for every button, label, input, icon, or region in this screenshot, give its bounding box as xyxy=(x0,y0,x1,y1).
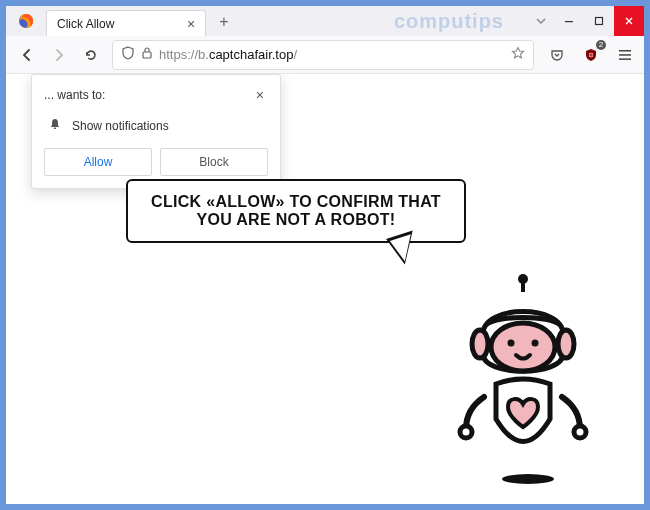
svg-rect-2 xyxy=(596,18,603,25)
ublock-icon[interactable]: 2 xyxy=(578,42,604,68)
allow-button[interactable]: Allow xyxy=(44,148,152,176)
window-controls xyxy=(528,6,644,36)
close-icon[interactable]: × xyxy=(183,16,199,32)
ublock-badge: 2 xyxy=(596,40,606,50)
headline-text: CLICK «ALLOW» TO CONFIRM THAT YOU ARE NO… xyxy=(151,193,441,228)
robot-illustration xyxy=(436,269,611,499)
block-button[interactable]: Block xyxy=(160,148,268,176)
toolbar: https://b.captchafair.top/ 2 xyxy=(6,36,644,74)
titlebar: Click Allow × + computips xyxy=(6,6,644,36)
forward-button[interactable] xyxy=(44,40,74,70)
block-label: Block xyxy=(199,155,228,169)
tab-title: Click Allow xyxy=(57,17,114,31)
lock-icon[interactable] xyxy=(141,46,153,63)
allow-label: Allow xyxy=(84,155,113,169)
url-protocol: https:// xyxy=(159,47,198,62)
svg-point-18 xyxy=(460,426,472,438)
pocket-icon[interactable] xyxy=(544,42,570,68)
svg-rect-7 xyxy=(619,50,631,52)
tabstrip: Click Allow × + xyxy=(46,6,528,36)
speech-bubble: CLICK «ALLOW» TO CONFIRM THAT YOU ARE NO… xyxy=(126,179,466,243)
svg-rect-12 xyxy=(521,282,525,292)
svg-point-19 xyxy=(574,426,586,438)
svg-point-13 xyxy=(472,330,488,358)
page-content: ... wants to: × Show notifications Allow… xyxy=(6,74,644,504)
svg-point-15 xyxy=(491,323,555,371)
svg-point-16 xyxy=(508,340,515,347)
bell-icon xyxy=(48,117,62,134)
url-sub: b. xyxy=(198,47,209,62)
tab-active[interactable]: Click Allow × xyxy=(46,10,206,36)
firefox-icon xyxy=(6,6,46,36)
chevron-down-icon[interactable] xyxy=(528,6,554,36)
svg-rect-10 xyxy=(54,128,56,130)
url-domain: captchafair.top xyxy=(209,47,294,62)
svg-point-20 xyxy=(502,474,554,484)
window-close-button[interactable] xyxy=(614,6,644,36)
shield-icon[interactable] xyxy=(121,46,135,63)
svg-point-17 xyxy=(532,340,539,347)
browser-window: Click Allow × + computips xyxy=(6,6,644,504)
permission-capability: Show notifications xyxy=(72,119,169,133)
toolbar-right: 2 xyxy=(544,42,638,68)
minimize-button[interactable] xyxy=(554,6,584,36)
permission-origin: ... wants to: xyxy=(44,88,105,102)
permission-popup: ... wants to: × Show notifications Allow… xyxy=(31,74,281,189)
svg-rect-9 xyxy=(619,58,631,60)
menu-icon[interactable] xyxy=(612,42,638,68)
url-text: https://b.captchafair.top/ xyxy=(159,47,505,62)
url-path: / xyxy=(293,47,297,62)
star-icon[interactable] xyxy=(511,46,525,63)
svg-rect-3 xyxy=(143,52,151,58)
svg-point-14 xyxy=(558,330,574,358)
back-button[interactable] xyxy=(12,40,42,70)
maximize-button[interactable] xyxy=(584,6,614,36)
address-bar[interactable]: https://b.captchafair.top/ xyxy=(112,40,534,70)
svg-rect-8 xyxy=(619,54,631,56)
svg-rect-1 xyxy=(565,21,573,22)
new-tab-button[interactable]: + xyxy=(212,10,236,34)
svg-rect-6 xyxy=(589,54,593,55)
permission-close-icon[interactable]: × xyxy=(252,85,268,105)
reload-button[interactable] xyxy=(76,40,106,70)
